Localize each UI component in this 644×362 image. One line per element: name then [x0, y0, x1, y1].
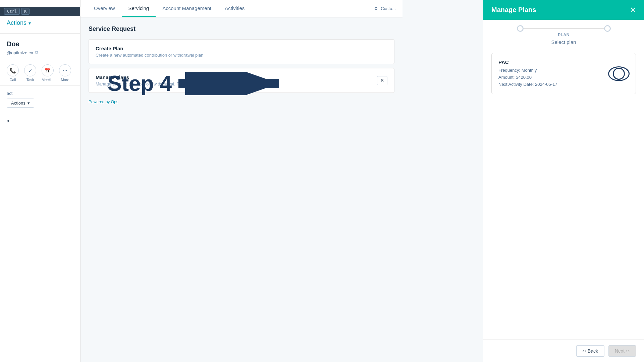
plan-name: PAC — [498, 59, 557, 65]
tab-servicing[interactable]: Servicing — [122, 1, 156, 17]
sidebar-actions-top: Actions ▾ — [0, 16, 80, 34]
plan-amount: Amount: $420.00 — [498, 74, 557, 81]
sidebar-contact-section: act Actions ▾ — [0, 85, 80, 113]
ops-link[interactable]: Ops — [111, 100, 118, 104]
create-plan-title: Create Plan — [96, 46, 387, 51]
k-key: K — [21, 8, 30, 15]
plan-card-info: PAC Frequency: Monthly Amount: $420.00 N… — [498, 59, 557, 88]
ctrl-key: Ctrl — [4, 8, 20, 15]
content-area: Service Request Create Plan Create a new… — [80, 17, 402, 362]
contact-name: Doe — [0, 37, 80, 49]
copy-icon[interactable]: ⧉ — [35, 50, 38, 55]
modal-footer: ‹ ‹ Back Next › › — [483, 340, 644, 362]
service-request-title: Service Request — [89, 25, 394, 33]
actions-top-label[interactable]: Actions — [7, 19, 26, 26]
manage-plans-s-button[interactable]: S — [377, 76, 387, 85]
tab-overview[interactable]: Overview — [87, 1, 122, 17]
actions-chevron-icon[interactable]: ▾ — [29, 20, 31, 26]
back-chevron-icon: ‹ — [583, 348, 584, 354]
next-button[interactable]: Next › › — [608, 345, 636, 357]
call-button[interactable]: 📞 Call — [7, 64, 19, 82]
meeting-label: Meeti... — [42, 78, 54, 82]
next-chevron-icon: › — [628, 348, 630, 354]
more-label: More — [61, 78, 69, 82]
powered-by: Powered by Ops — [89, 100, 394, 104]
create-plan-description: Create a new automated contribution or w… — [96, 53, 387, 58]
keyboard-bar: Ctrl K — [0, 7, 80, 16]
manage-plans-title: Manage Plans — [96, 74, 208, 80]
plan-next-activity: Next Activity Date: 2024-05-17 — [498, 81, 557, 88]
meeting-icon: 📅 — [42, 64, 54, 76]
sidebar: Ctrl K Actions ▾ Doe @optimize.ca ⧉ 📞 Ca… — [0, 0, 80, 362]
modal-title: Manage Plans — [491, 6, 536, 14]
sidebar-actions-button[interactable]: Actions ▾ — [7, 99, 34, 108]
call-icon: 📞 — [7, 64, 19, 76]
sidebar-actions-chevron-icon: ▾ — [28, 101, 30, 106]
manage-plans-left: Manage Plans Manage existing contributio… — [96, 74, 208, 86]
task-label: Task — [26, 78, 34, 82]
contact-section-label: act — [7, 91, 73, 96]
customize-button[interactable]: ⚙ Custo... — [374, 6, 396, 11]
progress-dot-right — [604, 25, 611, 32]
select-plan-text: Select plan — [551, 39, 576, 45]
progress-section: PLAN Select plan — [483, 20, 644, 50]
modal-header: Manage Plans ✕ — [483, 0, 644, 20]
progress-step-label: PLAN — [558, 33, 570, 37]
manage-plans-modal: Manage Plans ✕ PLAN Select plan PAC Freq… — [483, 0, 644, 362]
modal-close-button[interactable]: ✕ — [630, 6, 636, 14]
sidebar-action-buttons: 📞 Call ✓ Task 📅 Meeti... ··· More — [0, 61, 80, 85]
task-button[interactable]: ✓ Task — [24, 64, 36, 82]
create-plan-card[interactable]: Create Plan Create a new automated contr… — [89, 39, 394, 64]
plan-radio-inner — [616, 71, 621, 76]
progress-track — [517, 28, 611, 29]
sidebar-bottom-label: a — [0, 113, 80, 125]
tab-account-management[interactable]: Account Management — [156, 1, 218, 17]
tab-activities[interactable]: Activities — [218, 1, 251, 17]
more-icon: ··· — [59, 64, 71, 76]
tabs-navigation: Overview Servicing Account Management Ac… — [80, 0, 402, 17]
manage-plans-card[interactable]: Manage Plans Manage existing contributio… — [89, 68, 394, 93]
gear-icon: ⚙ — [374, 6, 378, 11]
plan-card[interactable]: PAC Frequency: Monthly Amount: $420.00 N… — [491, 53, 636, 94]
plan-frequency: Frequency: Monthly — [498, 67, 557, 74]
plan-radio-container — [609, 64, 629, 84]
more-button[interactable]: ··· More — [59, 64, 71, 82]
progress-dot-left — [517, 25, 524, 32]
call-label: Call — [10, 78, 16, 82]
meeting-button[interactable]: 📅 Meeti... — [42, 64, 54, 82]
contact-email: @optimize.ca ⧉ — [0, 49, 80, 61]
back-button[interactable]: ‹ ‹ Back — [576, 345, 604, 357]
plan-radio-button[interactable] — [613, 68, 625, 80]
manage-plans-description: Manage existing contribution, withdrawal… — [96, 81, 208, 86]
main-content: Overview Servicing Account Management Ac… — [80, 0, 402, 362]
progress-fill — [517, 28, 611, 29]
task-icon: ✓ — [24, 64, 36, 76]
